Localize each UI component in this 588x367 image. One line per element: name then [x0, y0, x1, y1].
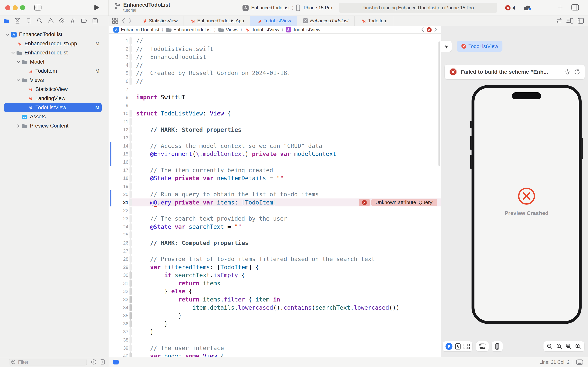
code-line-19[interactable]: 19	[109, 182, 441, 191]
fold-ribbon[interactable]	[129, 37, 132, 45]
related-items-icon[interactable]	[112, 18, 118, 24]
build-error-banner[interactable]: Failed to build the scheme ”Enh...	[445, 65, 585, 79]
code-line-22[interactable]: 22	[109, 206, 441, 215]
fold-ribbon[interactable]	[129, 263, 132, 271]
fold-ribbon[interactable]	[129, 271, 132, 279]
fold-ribbon[interactable]	[129, 231, 132, 239]
code-line-26[interactable]: 26 // MARK: Computed properties	[109, 239, 441, 247]
find-navigator-icon[interactable]	[36, 17, 43, 24]
inline-error-icon[interactable]	[359, 199, 370, 206]
issue-error-icon[interactable]	[426, 27, 432, 33]
preview-on-device-button[interactable]	[492, 341, 503, 351]
fold-ribbon[interactable]	[129, 344, 132, 352]
fold-ribbon[interactable]	[129, 312, 132, 320]
disclosure-right-icon[interactable]	[16, 124, 21, 128]
fold-ribbon[interactable]	[129, 304, 132, 312]
fold-ribbon[interactable]	[129, 77, 132, 85]
filter-input[interactable]	[18, 359, 77, 365]
fold-ribbon[interactable]	[129, 191, 132, 198]
disclosure-down-icon[interactable]	[16, 61, 21, 63]
fold-ribbon[interactable]	[129, 110, 132, 117]
source-editor[interactable]: 1//2// TodoListView.swift3// EnhancedTod…	[109, 34, 441, 357]
zoom-out-icon[interactable]	[546, 343, 553, 350]
code-line-16[interactable]: 16	[109, 158, 441, 166]
breadcrumb-item-views[interactable]: Views	[218, 27, 238, 33]
code-line-24[interactable]: 24 @State var searchText = ""	[109, 223, 441, 231]
zoom-100-icon[interactable]	[556, 343, 563, 350]
sidebar-item-enhancedtodolistapp[interactable]: EnhancedTodoListAppM	[4, 39, 102, 48]
code-line-25[interactable]: 25	[109, 231, 441, 239]
zoom-in-icon[interactable]	[575, 343, 581, 350]
fold-ribbon[interactable]	[129, 280, 132, 287]
fold-ribbon[interactable]	[129, 126, 132, 134]
sidebar-item-views[interactable]: Views	[4, 76, 102, 85]
disclosure-down-icon[interactable]	[10, 51, 16, 54]
code-line-31[interactable]: 31 return items	[109, 279, 441, 287]
fold-ribbon[interactable]	[129, 215, 132, 223]
device-settings-button[interactable]	[476, 341, 489, 351]
fold-ribbon[interactable]	[129, 174, 132, 182]
fold-ribbon[interactable]	[129, 287, 132, 295]
fold-ribbon[interactable]	[129, 167, 132, 174]
fold-ribbon[interactable]	[129, 134, 132, 142]
sidebar-item-statisticsview[interactable]: StatisticsView	[4, 85, 102, 94]
fold-ribbon[interactable]	[129, 142, 132, 150]
tab-statisticsview[interactable]: StatisticsView	[135, 16, 184, 26]
code-line-6[interactable]: 6//	[109, 77, 441, 85]
toggle-left-sidebar-icon[interactable]	[34, 4, 42, 11]
fold-ribbon[interactable]	[129, 69, 132, 77]
filter-source-control-icon[interactable]	[99, 359, 105, 365]
fold-ribbon[interactable]	[129, 53, 132, 61]
code-line-33[interactable]: 33 return items.filter { item in	[109, 295, 441, 304]
code-line-15[interactable]: 15 @Environment(\.modelContext) private …	[109, 150, 441, 158]
source-control-navigator-icon[interactable]	[14, 17, 21, 24]
tab-enhancedtodolist[interactable]: EnhancedTodoList	[297, 16, 355, 26]
code-line-7[interactable]: 7	[109, 85, 441, 93]
add-editor-icon[interactable]	[578, 18, 584, 24]
fold-ribbon[interactable]	[129, 199, 132, 206]
activity-status[interactable]: Finished running EnhancedTodoList on iPh…	[339, 3, 497, 13]
fold-ribbon[interactable]	[129, 207, 132, 214]
run-button[interactable]	[92, 4, 99, 11]
fold-ribbon[interactable]	[129, 183, 132, 190]
minimize-window-button[interactable]	[13, 5, 18, 10]
code-line-30[interactable]: 30 if searchText.isEmpty {	[109, 271, 441, 279]
code-line-23[interactable]: 23 // The search text provided by the us…	[109, 215, 441, 223]
code-line-36[interactable]: 36 }	[109, 320, 441, 328]
swap-editor-icon[interactable]	[556, 18, 562, 24]
fold-ribbon[interactable]	[129, 328, 132, 336]
issues-navigator-icon[interactable]	[47, 17, 54, 24]
close-window-button[interactable]	[5, 5, 10, 10]
live-preview-icon[interactable]	[445, 343, 453, 350]
code-line-20[interactable]: 20 // Run a query to obtain the list of …	[109, 190, 441, 199]
previous-issue-icon[interactable]	[421, 27, 424, 33]
sidebar-item-todolistview[interactable]: TodoListViewM	[4, 103, 102, 112]
code-line-5[interactable]: 5// Created by Russell Gordon on 2024-01…	[109, 69, 441, 77]
breadcrumb-item-enhancedtodolist[interactable]: EnhancedTodoList	[113, 27, 159, 33]
fold-ribbon[interactable]	[129, 150, 132, 158]
variants-mode-icon[interactable]	[463, 343, 470, 349]
editor-options-icon[interactable]	[566, 18, 574, 24]
filter-field[interactable]	[9, 359, 87, 366]
breadcrumb-item-enhancedtodolist[interactable]: EnhancedTodoList	[166, 27, 212, 33]
fold-ribbon[interactable]	[129, 247, 132, 255]
filter-recent-icon[interactable]	[91, 359, 97, 365]
selectable-mode-icon[interactable]	[455, 343, 461, 350]
code-line-35[interactable]: 35 }	[109, 312, 441, 320]
tab-todolistview[interactable]: TodoListView	[250, 16, 297, 26]
code-line-10[interactable]: 10struct TodoListView: View {	[109, 109, 441, 118]
pin-preview-button[interactable]	[441, 41, 452, 52]
code-line-17[interactable]: 17 // The item currently being created	[109, 166, 441, 174]
fold-ribbon[interactable]	[129, 158, 132, 166]
code-line-37[interactable]: 37 }	[109, 328, 441, 336]
diagnostics-icon[interactable]	[563, 68, 570, 75]
fold-ribbon[interactable]	[129, 118, 132, 125]
code-line-4[interactable]: 4//	[109, 61, 441, 69]
back-icon[interactable]	[121, 18, 125, 24]
code-line-12[interactable]: 12 // MARK: Stored properties	[109, 126, 441, 134]
inline-error-annotation[interactable]: Unknown attribute 'Query'	[359, 199, 437, 206]
code-line-11[interactable]: 11	[109, 118, 441, 126]
code-line-13[interactable]: 13	[109, 134, 441, 142]
error-count-badge[interactable]: 4	[505, 5, 515, 11]
code-line-2[interactable]: 2// TodoListView.swift	[109, 45, 441, 53]
